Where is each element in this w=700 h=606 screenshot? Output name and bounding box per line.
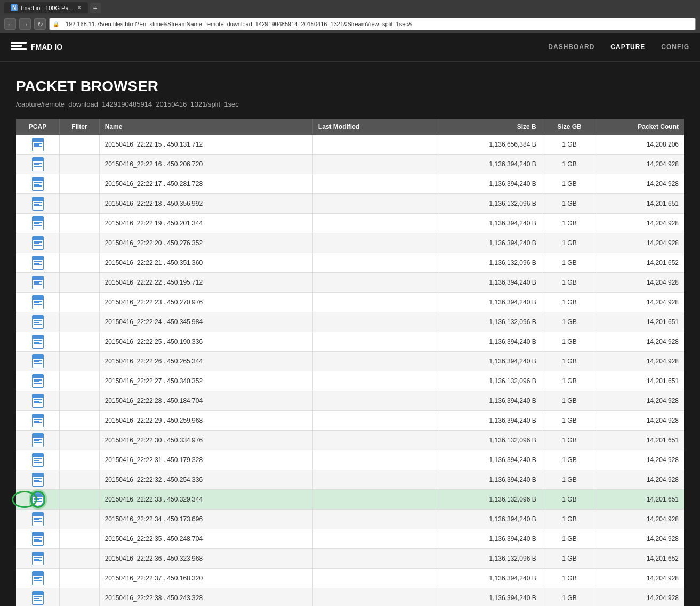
packet-count-cell: 14,204,928	[597, 510, 684, 529]
table-row[interactable]: 20150416_22:22:21 . 450.351.3601,136,132…	[16, 253, 684, 273]
table-row[interactable]: 20150416_22:22:23 . 450.270.9761,136,394…	[16, 293, 684, 312]
pcap-icon-line	[34, 164, 39, 165]
table-row[interactable]: 20150416_22:22:27 . 450.340.3521,136,132…	[16, 371, 684, 391]
table-row[interactable]: 20150416_22:22:20 . 450.276.3521,136,394…	[16, 233, 684, 253]
filter-cell	[60, 253, 100, 273]
table-row[interactable]: 20150416_22:22:18 . 450.356.9921,136,132…	[16, 194, 684, 214]
name-cell[interactable]: 20150416_22:22:36 . 450.323.968	[99, 549, 312, 569]
pcap-cell[interactable]	[16, 273, 60, 293]
size-b-cell: 1,136,132,096 B	[439, 312, 542, 332]
table-row[interactable]: 20150416_22:22:38 . 450.243.3281,136,394…	[16, 588, 684, 607]
table-row[interactable]: 20150416_22:22:26 . 450.265.3441,136,394…	[16, 352, 684, 371]
size-gb-cell: 1 GB	[542, 352, 597, 371]
name-cell[interactable]: 20150416_22:22:26 . 450.265.344	[99, 352, 312, 371]
table-row[interactable]: 20150416_22:22:19 . 450.201.3441,136,394…	[16, 214, 684, 233]
pcap-cell[interactable]	[16, 352, 60, 371]
table-row[interactable]: 20150416_22:22:34 . 450.173.6961,136,394…	[16, 510, 684, 529]
pcap-cell[interactable]	[16, 194, 60, 214]
name-cell[interactable]: 20150416_22:22:34 . 450.173.696	[99, 510, 312, 529]
pcap-cell[interactable]	[16, 510, 60, 529]
filter-cell	[60, 391, 100, 411]
name-cell[interactable]: 20150416_22:22:16 . 450.206.720	[99, 155, 312, 174]
pcap-icon-header	[33, 434, 43, 438]
name-cell[interactable]: 20150416_22:22:24 . 450.345.984	[99, 312, 312, 332]
pcap-icon-line	[34, 301, 42, 302]
pcap-cell[interactable]	[16, 391, 60, 411]
size-b-cell: 1,136,132,096 B	[439, 371, 542, 391]
pcap-cell[interactable]	[16, 450, 60, 470]
back-button[interactable]: ←	[4, 18, 16, 30]
size-b-cell: 1,136,132,096 B	[439, 194, 542, 214]
nav-dashboard[interactable]: DASHBOARD	[548, 43, 594, 51]
pcap-icon-body	[33, 398, 43, 405]
pcap-cell[interactable]	[16, 431, 60, 450]
table-row[interactable]: 20150416_22:22:31 . 450.179.3281,136,394…	[16, 450, 684, 470]
pcap-cell[interactable]	[16, 312, 60, 332]
name-cell[interactable]: 20150416_22:22:15 . 450.131.712	[99, 135, 312, 155]
pcap-icon-header	[33, 454, 43, 457]
name-cell[interactable]: 20150416_22:22:20 . 450.276.352	[99, 233, 312, 253]
name-cell[interactable]: 20150416_22:22:37 . 450.168.320	[99, 569, 312, 588]
table-row[interactable]: 20150416_22:22:24 . 450.345.9841,136,132…	[16, 312, 684, 332]
pcap-cell[interactable]	[16, 549, 60, 569]
pcap-cell[interactable]	[16, 174, 60, 194]
name-cell[interactable]: 20150416_22:22:22 . 450.195.712	[99, 273, 312, 293]
pcap-cell[interactable]	[16, 332, 60, 352]
pcap-cell[interactable]	[16, 588, 60, 607]
name-cell[interactable]: 20150416_22:22:17 . 450.281.728	[99, 174, 312, 194]
table-row[interactable]: 20150416_22:22:29 . 450.259.9681,136,394…	[16, 411, 684, 431]
table-row[interactable]: 20150416_22:22:30 . 450.334.9761,136,132…	[16, 431, 684, 450]
name-cell[interactable]: 20150416_22:22:19 . 450.201.344	[99, 214, 312, 233]
pcap-cell[interactable]	[16, 529, 60, 549]
table-row[interactable]: 20150416_22:22:28 . 450.184.7041,136,394…	[16, 391, 684, 411]
name-cell[interactable]: 20150416_22:22:27 . 450.340.352	[99, 371, 312, 391]
pcap-cell[interactable]	[16, 569, 60, 588]
new-tab-button[interactable]: +	[90, 3, 101, 13]
nav-config[interactable]: CONFIG	[661, 43, 689, 51]
table-row[interactable]: 20150416_22:22:17 . 450.281.7281,136,394…	[16, 174, 684, 194]
pcap-cell[interactable]	[16, 135, 60, 155]
name-cell[interactable]: 20150416_22:22:30 . 450.334.976	[99, 431, 312, 450]
tab-close-button[interactable]: ✕	[77, 4, 82, 11]
app-logo: FMAD IO	[11, 42, 62, 52]
refresh-button[interactable]: ↻	[34, 18, 46, 30]
name-cell[interactable]: 20150416_22:22:35 . 450.248.704	[99, 529, 312, 549]
forward-button[interactable]: →	[19, 18, 31, 30]
col-header-size-b: Size B	[439, 119, 542, 135]
table-row[interactable]: 20150416_22:22:15 . 450.131.7121,136,656…	[16, 135, 684, 155]
browser-tab[interactable]: N fmad io - 100G Pa... ✕	[4, 2, 88, 13]
pcap-icon-line	[34, 281, 42, 282]
name-cell[interactable]: 20150416_22:22:33 . 450.329.344	[99, 490, 312, 510]
pcap-cell[interactable]	[16, 233, 60, 253]
pcap-cell[interactable]	[16, 490, 60, 510]
table-row[interactable]: 20150416_22:22:25 . 450.190.3361,136,394…	[16, 332, 684, 352]
name-cell[interactable]: 20150416_22:22:28 . 450.184.704	[99, 391, 312, 411]
name-cell[interactable]: 20150416_22:22:21 . 450.351.360	[99, 253, 312, 273]
pcap-cell[interactable]	[16, 293, 60, 312]
pcap-cell[interactable]	[16, 470, 60, 490]
pcap-file-icon	[32, 236, 44, 250]
table-row[interactable]: 20150416_22:22:22 . 450.195.7121,136,394…	[16, 273, 684, 293]
name-cell[interactable]: 20150416_22:22:23 . 450.270.976	[99, 293, 312, 312]
pcap-cell[interactable]	[16, 155, 60, 174]
table-row[interactable]: 20150416_22:22:16 . 450.206.7201,136,394…	[16, 155, 684, 174]
nav-capture[interactable]: CAPTURE	[610, 43, 645, 51]
pcap-cell[interactable]	[16, 371, 60, 391]
filter-cell	[60, 135, 100, 155]
name-cell[interactable]: 20150416_22:22:38 . 450.243.328	[99, 588, 312, 607]
pcap-cell[interactable]	[16, 253, 60, 273]
name-cell[interactable]: 20150416_22:22:32 . 450.254.336	[99, 470, 312, 490]
table-row[interactable]: 20150416_22:22:33 . 450.329.3441,136,132…	[16, 490, 684, 510]
table-row[interactable]: 20150416_22:22:36 . 450.323.9681,136,132…	[16, 549, 684, 569]
name-cell[interactable]: 20150416_22:22:31 . 450.179.328	[99, 450, 312, 470]
pcap-cell[interactable]	[16, 411, 60, 431]
table-row[interactable]: 20150416_22:22:35 . 450.248.7041,136,394…	[16, 529, 684, 549]
name-cell[interactable]: 20150416_22:22:25 . 450.190.336	[99, 332, 312, 352]
address-input[interactable]	[61, 19, 692, 29]
table-row[interactable]: 20150416_22:22:32 . 450.254.3361,136,394…	[16, 470, 684, 490]
name-cell[interactable]: 20150416_22:22:18 . 450.356.992	[99, 194, 312, 214]
pcap-icon-line	[34, 458, 42, 459]
name-cell[interactable]: 20150416_22:22:29 . 450.259.968	[99, 411, 312, 431]
pcap-cell[interactable]	[16, 214, 60, 233]
table-row[interactable]: 20150416_22:22:37 . 450.168.3201,136,394…	[16, 569, 684, 588]
